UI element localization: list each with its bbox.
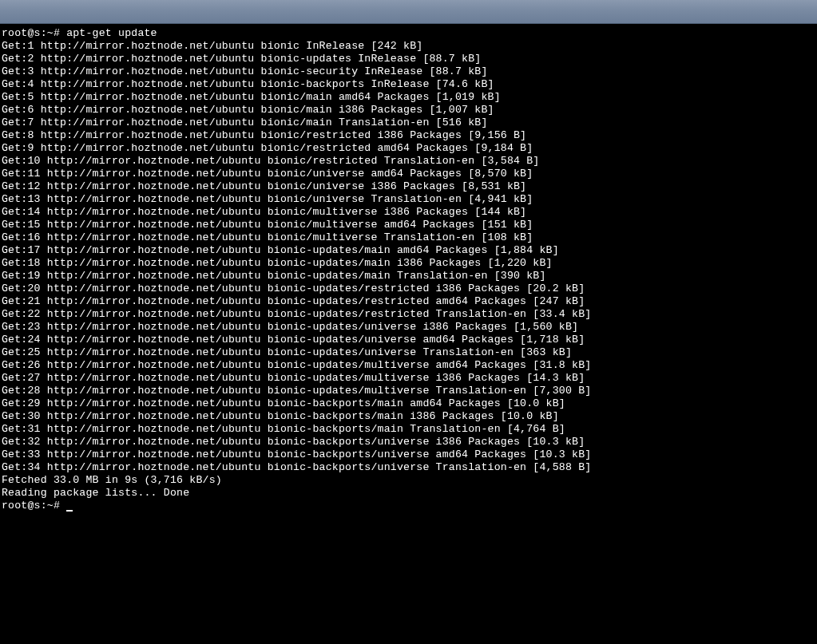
- terminal-output-line: Get:26 http://mirror.hoztnode.net/ubuntu…: [2, 359, 815, 372]
- terminal-output-line: Get:8 http://mirror.hoztnode.net/ubuntu …: [2, 129, 815, 142]
- terminal-output-line: Get:25 http://mirror.hoztnode.net/ubuntu…: [2, 346, 815, 359]
- terminal-output-line: Get:3 http://mirror.hoztnode.net/ubuntu …: [2, 65, 815, 78]
- terminal-output-line: Get:14 http://mirror.hoztnode.net/ubuntu…: [2, 206, 815, 219]
- terminal-output-line: Get:19 http://mirror.hoztnode.net/ubuntu…: [2, 270, 815, 282]
- current-prompt-line: root@s:~#: [2, 500, 815, 512]
- terminal-output-line: Get:6 http://mirror.hoztnode.net/ubuntu …: [2, 104, 815, 117]
- terminal-output-line: Reading package lists... Done: [2, 487, 815, 500]
- terminal-output-line: Get:21 http://mirror.hoztnode.net/ubuntu…: [2, 295, 815, 308]
- terminal-output-line: Get:27 http://mirror.hoztnode.net/ubuntu…: [2, 372, 815, 385]
- terminal-output-line: Get:17 http://mirror.hoztnode.net/ubuntu…: [2, 244, 815, 257]
- terminal-output-line: Get:22 http://mirror.hoztnode.net/ubuntu…: [2, 308, 815, 321]
- cursor: [66, 510, 73, 512]
- terminal-output-line: Get:9 http://mirror.hoztnode.net/ubuntu …: [2, 142, 815, 155]
- terminal-output-line: Get:7 http://mirror.hoztnode.net/ubuntu …: [2, 117, 815, 129]
- terminal-output-line: Get:20 http://mirror.hoztnode.net/ubuntu…: [2, 282, 815, 295]
- terminal-output-line: Get:23 http://mirror.hoztnode.net/ubuntu…: [2, 321, 815, 334]
- window-titlebar[interactable]: [0, 0, 817, 24]
- terminal-output-line: Get:1 http://mirror.hoztnode.net/ubuntu …: [2, 40, 815, 53]
- terminal-output-line: Get:2 http://mirror.hoztnode.net/ubuntu …: [2, 53, 815, 65]
- terminal-output-line: Get:29 http://mirror.hoztnode.net/ubuntu…: [2, 397, 815, 410]
- command-text: apt-get update: [66, 27, 157, 39]
- terminal-output-line: Get:10 http://mirror.hoztnode.net/ubuntu…: [2, 155, 815, 168]
- terminal-output-line: Get:32 http://mirror.hoztnode.net/ubuntu…: [2, 436, 815, 448]
- terminal-output-line: Get:33 http://mirror.hoztnode.net/ubuntu…: [2, 448, 815, 461]
- terminal-output-line: Get:24 http://mirror.hoztnode.net/ubuntu…: [2, 334, 815, 346]
- terminal-output-line: Fetched 33.0 MB in 9s (3,716 kB/s): [2, 474, 815, 487]
- terminal-output-line: Get:28 http://mirror.hoztnode.net/ubuntu…: [2, 385, 815, 397]
- command-line: root@s:~# apt-get update: [2, 27, 815, 40]
- terminal-output-line: Get:30 http://mirror.hoztnode.net/ubuntu…: [2, 410, 815, 423]
- shell-prompt: root@s:~#: [2, 27, 66, 39]
- terminal-output-line: Get:12 http://mirror.hoztnode.net/ubuntu…: [2, 180, 815, 193]
- terminal-output-line: Get:31 http://mirror.hoztnode.net/ubuntu…: [2, 423, 815, 436]
- terminal-output-line: Get:34 http://mirror.hoztnode.net/ubuntu…: [2, 461, 815, 474]
- terminal-output-line: Get:13 http://mirror.hoztnode.net/ubuntu…: [2, 193, 815, 206]
- terminal-output-line: Get:16 http://mirror.hoztnode.net/ubuntu…: [2, 231, 815, 244]
- terminal-output-line: Get:15 http://mirror.hoztnode.net/ubuntu…: [2, 219, 815, 231]
- terminal-output-line: Get:4 http://mirror.hoztnode.net/ubuntu …: [2, 78, 815, 91]
- terminal-output-line: Get:18 http://mirror.hoztnode.net/ubuntu…: [2, 257, 815, 270]
- terminal-output-line: Get:11 http://mirror.hoztnode.net/ubuntu…: [2, 168, 815, 180]
- terminal-area[interactable]: root@s:~# apt-get updateGet:1 http://mir…: [0, 24, 817, 644]
- shell-prompt: root@s:~#: [2, 500, 66, 512]
- terminal-output-line: Get:5 http://mirror.hoztnode.net/ubuntu …: [2, 91, 815, 104]
